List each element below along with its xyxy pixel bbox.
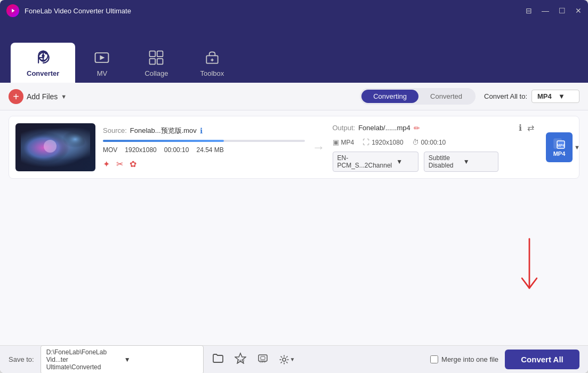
progress-fill (103, 140, 224, 142)
convert-all-to: Convert All to: MP4 ▼ (484, 90, 579, 103)
color-icon[interactable]: ✿ (130, 159, 136, 169)
svg-text:OFF: OFF (237, 359, 245, 363)
output-format: MP4 (341, 139, 355, 146)
edit-output-icon[interactable]: ✏ (414, 124, 420, 132)
tab-mv-label: MV (97, 69, 108, 77)
app-window: FoneLab Video Converter Ultimate ⊟ — ☐ ✕… (0, 0, 588, 373)
converting-tab[interactable]: Converting (361, 90, 418, 103)
open-folder-button[interactable] (210, 351, 226, 368)
svg-text:MP4: MP4 (557, 144, 565, 147)
save-path-dropdown[interactable]: D:\FoneLab\FoneLab Vid...ter Ultimate\Co… (41, 345, 204, 374)
svg-point-22 (283, 358, 286, 361)
merge-checkbox-label: Merge into one file (430, 355, 498, 363)
effects-icon[interactable]: ✦ (103, 159, 110, 169)
convert-all-button[interactable]: Convert All (505, 350, 579, 369)
tab-converter[interactable]: Converter (11, 43, 75, 83)
boost-off-button[interactable]: OFF (232, 350, 248, 369)
output-dropdowns: EN-PCM_S...2Channel ▼ Subtitle Disabled … (333, 152, 535, 172)
audio-track-dropdown[interactable]: EN-PCM_S...2Channel ▼ (333, 152, 418, 172)
svg-point-13 (53, 132, 85, 153)
format-dropdown-arrow: ▼ (558, 92, 574, 100)
format-dropdown[interactable]: MP4 ▼ (531, 90, 579, 103)
convert-all-to-label: Convert All to: (484, 92, 527, 100)
tab-mv[interactable]: MV (75, 43, 128, 83)
info-btn[interactable]: ℹ (519, 123, 522, 133)
source-label: Source: (103, 126, 127, 134)
arrow-indicator (513, 236, 545, 303)
output-label: Output: (333, 124, 356, 132)
svg-rect-8 (157, 59, 163, 65)
output-format-meta: ▣ MP4 (333, 138, 355, 146)
svg-point-14 (44, 140, 57, 153)
audio-track-value: EN-PCM_S...2Channel (337, 154, 392, 169)
subtitle-dropdown-arrow: ▼ (463, 158, 494, 165)
output-duration-meta: ⏱ 00:00:10 (412, 138, 446, 146)
app-title: FoneLab Video Converter Ultimate (25, 7, 526, 15)
file-source-row: Source: Fonelab...预览版.mov ℹ (103, 126, 305, 136)
tab-collage[interactable]: Collage (128, 43, 184, 83)
main-content: Source: Fonelab...预览版.mov ℹ MOV 1920x108… (0, 110, 588, 345)
file-info-right: Output: Fonelab/......mp4 ✏ ℹ ⇄ ▣ MP4 (333, 123, 535, 172)
svg-rect-20 (261, 356, 265, 360)
file-format: MOV (103, 146, 117, 154)
tab-toolbox[interactable]: Toolbox (184, 43, 240, 83)
save-path-value: D:\FoneLab\FoneLab Vid...ter Ultimate\Co… (46, 348, 120, 371)
output-resolution-meta: ⛶ 1920x1080 (363, 138, 403, 146)
output-duration: 00:00:10 (421, 139, 446, 146)
tab-collage-label: Collage (144, 69, 168, 77)
file-item: Source: Fonelab...预览版.mov ℹ MOV 1920x108… (9, 116, 579, 179)
cut-icon[interactable]: ✂ (116, 159, 123, 169)
tab-switcher: Converting Converted (360, 88, 476, 105)
tab-toolbox-label: Toolbox (200, 69, 224, 77)
converted-tab[interactable]: Converted (418, 90, 474, 103)
swap-btn[interactable]: ⇄ (527, 123, 534, 133)
add-files-icon: + (9, 89, 23, 104)
close-btn[interactable]: ✕ (575, 7, 582, 14)
tab-converter-label: Converter (27, 69, 59, 77)
format-dropdown-value: MP4 (537, 92, 553, 100)
info-icon[interactable]: ℹ (200, 126, 203, 135)
add-files-label: Add Files (27, 92, 58, 101)
settings-button[interactable]: ▼ (277, 353, 297, 367)
file-info-left: Source: Fonelab...预览版.mov ℹ MOV 1920x108… (103, 126, 305, 169)
output-source: Output: Fonelab/......mp4 ✏ (333, 124, 420, 132)
minimize-btn[interactable]: — (542, 7, 549, 14)
file-actions: ✦ ✂ ✿ (103, 159, 305, 169)
settings-arrow: ▼ (290, 356, 295, 362)
file-meta: MOV 1920x1080 00:00:10 24.54 MB (103, 146, 305, 154)
output-header: Output: Fonelab/......mp4 ✏ ℹ ⇄ (333, 123, 535, 133)
svg-rect-5 (150, 51, 156, 57)
output-filename: Fonelab/......mp4 (358, 124, 410, 132)
format-badge-container: MP4 MP4 ▼ (546, 132, 573, 162)
progress-bar (103, 140, 305, 142)
format-badge: MP4 MP4 (546, 132, 573, 162)
file-size: 24.54 MB (196, 146, 223, 154)
maximize-btn[interactable]: ☐ (559, 7, 566, 14)
output-meta: ▣ MP4 ⛶ 1920x1080 ⏱ 00:00:10 (333, 138, 535, 146)
add-files-dropdown-arrow[interactable]: ▼ (61, 93, 67, 100)
gpu-off-button[interactable]: OFF (255, 350, 271, 369)
conversion-arrow: → (312, 140, 325, 155)
file-thumbnail (15, 123, 95, 171)
format-badge-dropdown-arrow[interactable]: ▼ (574, 144, 580, 150)
toolbar: + Add Files ▼ Converting Converted Conve… (0, 83, 588, 110)
status-bar: Save to: D:\FoneLab\FoneLab Vid...ter Ul… (0, 345, 588, 373)
clock-icon: ⏱ (412, 138, 419, 146)
output-actions: ℹ ⇄ (519, 123, 534, 133)
window-controls: ⊟ — ☐ ✕ (526, 7, 582, 14)
title-bar: FoneLab Video Converter Ultimate ⊟ — ☐ ✕ (0, 0, 588, 21)
merge-checkbox[interactable] (430, 355, 438, 363)
source-filename: Fonelab...预览版.mov (130, 126, 197, 136)
subtitle-dropdown[interactable]: Subtitle Disabled ▼ (424, 152, 498, 172)
thumbnail-image (21, 128, 90, 168)
svg-rect-7 (150, 59, 156, 65)
file-duration: 00:00:10 (164, 146, 189, 154)
nav-tabs: Converter MV Collage (0, 21, 588, 83)
captions-btn[interactable]: ⊟ (526, 7, 532, 14)
audio-dropdown-arrow: ▼ (396, 158, 414, 165)
add-files-button[interactable]: + Add Files ▼ (9, 89, 67, 104)
subtitle-value: Subtitle Disabled (429, 154, 459, 169)
save-to-label: Save to: (9, 355, 34, 363)
format-icon: ▣ (333, 138, 339, 146)
output-resolution: 1920x1080 (372, 139, 403, 146)
